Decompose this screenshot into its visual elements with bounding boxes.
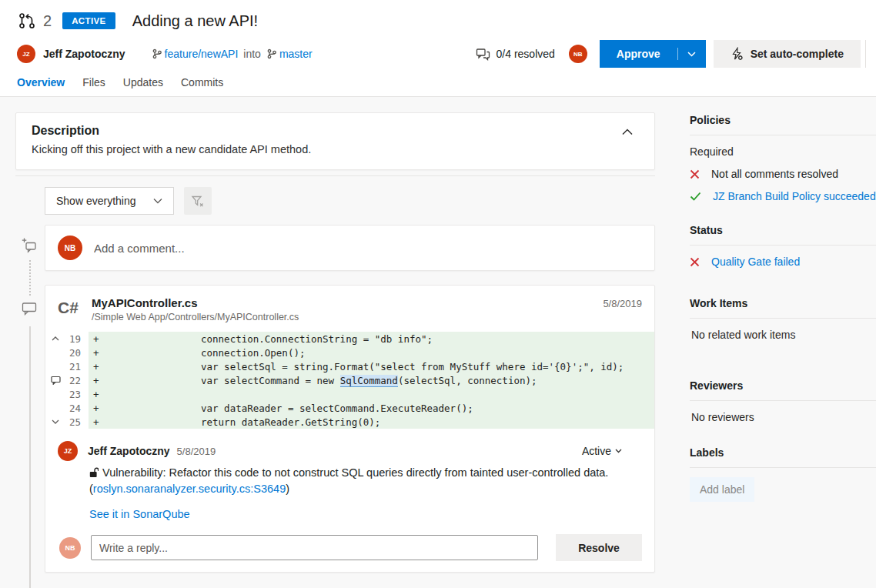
thread-status-dropdown[interactable]: Active [582, 445, 642, 457]
reply-row: NB Resolve [59, 534, 642, 561]
code-text: var dataReader = selectCommand.ExecuteRe… [201, 403, 473, 414]
line-number: 20 [65, 347, 82, 359]
filter-bar: Show everything [45, 187, 212, 215]
rule-link[interactable]: roslyn.sonaranalyzer.security.cs:S3649 [93, 483, 286, 495]
reviewers-title: Reviewers [690, 379, 876, 401]
work-items-title: Work Items [690, 297, 876, 319]
line-comment-icon[interactable] [45, 376, 65, 385]
page-title: Adding a new API! [132, 12, 258, 30]
reply-avatar: NB [59, 537, 81, 559]
new-comment-card: NB [45, 225, 655, 271]
sonarqube-link[interactable]: See it in SonarQube [89, 508, 190, 520]
pr-meta-row: JZ Jeff Zapotoczny feature/newAPI into [17, 40, 876, 68]
policy-item-passed: JZ Branch Build Policy succeeded [690, 190, 876, 202]
tab-overview[interactable]: Overview [17, 76, 65, 89]
line-number: 23 [65, 389, 82, 400]
source-branch-link[interactable]: feature/newAPI [152, 48, 239, 60]
comment-thread-icon [22, 302, 37, 316]
pr-sidebar: Policies Required Not all comments resol… [690, 114, 876, 502]
code-text: connection.Open(); [201, 347, 305, 359]
description-body: Kicking off this project with a new cand… [32, 143, 639, 155]
policy-item-failed: Not all comments resolved [690, 168, 876, 180]
code-text: return dataReader.GetString(0); [201, 416, 380, 428]
quality-gate-link[interactable]: Quality Gate failed [711, 256, 800, 268]
collapse-description-icon[interactable] [622, 129, 633, 135]
work-items-empty: No related work items [690, 329, 876, 341]
target-branch-link[interactable]: master [266, 48, 313, 60]
viewer-avatar: NB [58, 236, 82, 260]
expand-up-icon[interactable] [45, 336, 65, 341]
resolved-count-label: 0/4 resolved [497, 48, 555, 60]
pr-title-row: 2 ACTIVE Adding a new API! [17, 11, 258, 31]
comment-thread: JZ Jeff Zapotoczny 5/8/2019 Active Vulne… [45, 429, 654, 561]
status-badge: ACTIVE [62, 12, 115, 29]
add-label-button[interactable]: Add label [690, 477, 754, 502]
timeline-dotted-line [29, 260, 31, 296]
diff-add-sign: + [89, 416, 101, 428]
line-number: 19 [65, 333, 82, 345]
commenter-name: Jeff Zapotoczny [88, 445, 170, 457]
x-icon [690, 257, 700, 267]
work-items-section: Work Items No related work items [690, 297, 876, 341]
diff-add-sign: + [89, 403, 101, 414]
chevron-down-icon [615, 449, 622, 453]
status-item-failed: Quality Gate failed [690, 256, 876, 268]
branch-icon [266, 48, 277, 59]
overview-content: Description Kicking off this project wit… [0, 97, 876, 588]
code-text: var selectCommand = new SqlCommand(selec… [201, 375, 537, 386]
source-branch-label: feature/newAPI [165, 48, 239, 60]
filter-dropdown[interactable]: Show everything [45, 187, 174, 215]
chevron-down-icon [153, 198, 162, 204]
comment-body: Vulnerability: Refactor this code to not… [89, 465, 622, 497]
file-info: MyAPIController.cs /Simple Web App/Contr… [92, 296, 299, 322]
check-icon [690, 192, 701, 201]
approve-button[interactable]: Approve [600, 40, 677, 68]
diff-line: 24 +var dataReader = selectCommand.Execu… [45, 401, 654, 415]
add-comment-icon[interactable] [22, 237, 38, 253]
resolve-button[interactable]: Resolve [556, 534, 642, 561]
author-name: Jeff Zapotoczny [43, 48, 125, 60]
description-title: Description [32, 124, 639, 138]
pr-number: 2 [43, 12, 52, 30]
code-text: connection.ConnectionString = "db info"; [201, 333, 433, 345]
labels-title: Labels [690, 446, 876, 468]
approve-split-button: Approve [600, 40, 706, 68]
tab-commits[interactable]: Commits [181, 76, 223, 89]
tab-files[interactable]: Files [82, 76, 105, 89]
file-header: C# MyAPIController.cs /Simple Web App/Co… [45, 286, 654, 330]
status-section: Status Quality Gate failed [690, 224, 876, 268]
pull-request-page: 2 ACTIVE Adding a new API! JZ Jeff Zapot… [0, 0, 876, 588]
approve-dropdown-button[interactable] [678, 40, 706, 68]
x-icon [690, 169, 700, 179]
file-path: /Simple Web App/Controllers/MyAPIControl… [92, 312, 299, 322]
set-autocomplete-button[interactable]: Set auto-complete [714, 40, 861, 68]
diff-line: 20 +connection.Open(); [45, 346, 654, 359]
file-name: MyAPIController.cs [92, 296, 299, 309]
tab-updates[interactable]: Updates [123, 76, 163, 89]
diff-add-sign: + [89, 389, 101, 400]
csharp-file-icon: C# [58, 296, 92, 317]
diff-line: 23 + [45, 387, 654, 401]
build-policy-link[interactable]: JZ Branch Build Policy succeeded [713, 190, 876, 202]
comment-date: 5/8/2019 [177, 446, 216, 457]
diff-add-sign: + [89, 375, 101, 386]
diff-line-with-comment: 22 +var selectCommand = new SqlCommand(s… [45, 373, 654, 387]
add-comment-input[interactable] [94, 242, 642, 255]
autocomplete-icon [731, 47, 743, 61]
code-text: var selectSql = string.Format("select fr… [201, 361, 624, 373]
commenter-avatar: JZ [58, 441, 78, 461]
policy-text: Not all comments resolved [711, 168, 838, 180]
diff-block: 19 +connection.ConnectionString = "db in… [45, 332, 654, 429]
branch-info: feature/newAPI into master [152, 48, 313, 60]
highlighted-token: SqlCommand [340, 375, 398, 387]
diff-add-sign: + [89, 361, 101, 373]
clear-filter-button[interactable] [184, 187, 212, 215]
expand-down-icon[interactable] [45, 419, 65, 424]
pr-actions: 0/4 resolved NB Approve Set auto- [476, 40, 876, 68]
line-number: 21 [65, 361, 82, 373]
timeline-line [29, 326, 31, 588]
policies-section: Policies Required Not all comments resol… [690, 114, 876, 202]
reply-input[interactable] [91, 535, 538, 560]
thread-status-label: Active [582, 445, 611, 457]
diff-add-sign: + [89, 333, 101, 345]
